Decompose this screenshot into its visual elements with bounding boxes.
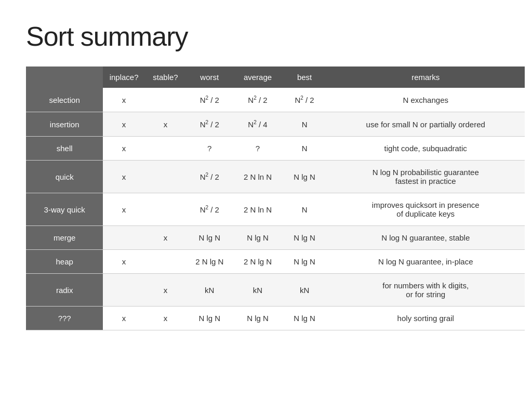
cell-remarks: improves quicksort in presenceof duplica… bbox=[326, 193, 525, 226]
cell-stable bbox=[145, 88, 186, 112]
cell-remarks: holy sorting grail bbox=[326, 307, 525, 330]
cell-average: N2 / 2 bbox=[233, 88, 282, 112]
cell-worst: kN bbox=[186, 274, 233, 307]
cell-worst: ? bbox=[186, 137, 233, 161]
cell-worst: 2 N lg N bbox=[186, 250, 233, 274]
cell-name: merge bbox=[26, 226, 103, 250]
cell-name: ??? bbox=[26, 307, 103, 330]
header-remarks: remarks bbox=[326, 66, 525, 88]
table-row: 3-way quickxN2 / 22 N ln NNimproves quic… bbox=[26, 193, 525, 226]
table-row: selectionxN2 / 2N2 / 2N2 / 2N exchanges bbox=[26, 88, 525, 112]
cell-remarks: N log N guarantee, stable bbox=[326, 226, 525, 250]
cell-average: N2 / 4 bbox=[233, 112, 282, 137]
cell-stable: x bbox=[145, 307, 186, 330]
cell-worst: N2 / 2 bbox=[186, 88, 233, 112]
cell-average: kN bbox=[233, 274, 282, 307]
cell-best: N lg N bbox=[283, 307, 327, 330]
table-row: heapx2 N lg N2 N lg NN lg NN log N guara… bbox=[26, 250, 525, 274]
cell-remarks: tight code, subquadratic bbox=[326, 137, 525, 161]
cell-inplace: x bbox=[103, 250, 144, 274]
cell-stable: x bbox=[145, 112, 186, 137]
cell-average: N lg N bbox=[233, 226, 282, 250]
cell-inplace bbox=[103, 226, 144, 250]
sort-summary-table: inplace? stable? worst average best rema… bbox=[26, 66, 525, 330]
cell-stable bbox=[145, 161, 186, 193]
cell-stable bbox=[145, 250, 186, 274]
cell-stable bbox=[145, 137, 186, 161]
table-row: quickxN2 / 22 N ln NN lg NN log N probab… bbox=[26, 161, 525, 193]
table-row: mergexN lg NN lg NN lg NN log N guarante… bbox=[26, 226, 525, 250]
cell-name: quick bbox=[26, 161, 103, 193]
cell-stable: x bbox=[145, 226, 186, 250]
cell-best: N lg N bbox=[283, 250, 327, 274]
cell-average: N lg N bbox=[233, 307, 282, 330]
header-average: average bbox=[233, 66, 282, 88]
header-inplace: inplace? bbox=[103, 66, 144, 88]
cell-name: shell bbox=[26, 137, 103, 161]
cell-average: 2 N lg N bbox=[233, 250, 282, 274]
cell-inplace: x bbox=[103, 112, 144, 137]
cell-best: N lg N bbox=[283, 226, 327, 250]
cell-inplace: x bbox=[103, 88, 144, 112]
cell-worst: N lg N bbox=[186, 226, 233, 250]
header-stable: stable? bbox=[145, 66, 186, 88]
cell-worst: N2 / 2 bbox=[186, 193, 233, 226]
cell-inplace: x bbox=[103, 193, 144, 226]
header-name bbox=[26, 66, 103, 88]
cell-average: 2 N ln N bbox=[233, 193, 282, 226]
table-row: shellx??Ntight code, subquadratic bbox=[26, 137, 525, 161]
cell-worst: N lg N bbox=[186, 307, 233, 330]
cell-inplace: x bbox=[103, 307, 144, 330]
cell-worst: N2 / 2 bbox=[186, 112, 233, 137]
cell-name: 3-way quick bbox=[26, 193, 103, 226]
cell-remarks: N log N guarantee, in-place bbox=[326, 250, 525, 274]
cell-inplace bbox=[103, 274, 144, 307]
page-title: Sort summary bbox=[26, 21, 506, 52]
cell-best: N bbox=[283, 112, 327, 137]
cell-average: 2 N ln N bbox=[233, 161, 282, 193]
cell-remarks: N log N probabilistic guaranteefastest i… bbox=[326, 161, 525, 193]
cell-worst: N2 / 2 bbox=[186, 161, 233, 193]
header-worst: worst bbox=[186, 66, 233, 88]
cell-average: ? bbox=[233, 137, 282, 161]
cell-best: kN bbox=[283, 274, 327, 307]
header-best: best bbox=[283, 66, 327, 88]
cell-stable bbox=[145, 193, 186, 226]
table-row: ???xxN lg NN lg NN lg Nholy sorting grai… bbox=[26, 307, 525, 330]
cell-inplace: x bbox=[103, 161, 144, 193]
cell-best: N lg N bbox=[283, 161, 327, 193]
cell-name: heap bbox=[26, 250, 103, 274]
cell-remarks: N exchanges bbox=[326, 88, 525, 112]
cell-inplace: x bbox=[103, 137, 144, 161]
cell-name: insertion bbox=[26, 112, 103, 137]
table-row: insertionxxN2 / 2N2 / 4Nuse for small N … bbox=[26, 112, 525, 137]
cell-remarks: use for small N or partially ordered bbox=[326, 112, 525, 137]
cell-best: N bbox=[283, 137, 327, 161]
cell-name: radix bbox=[26, 274, 103, 307]
cell-name: selection bbox=[26, 88, 103, 112]
cell-remarks: for numbers with k digits,or for string bbox=[326, 274, 525, 307]
cell-best: N2 / 2 bbox=[283, 88, 327, 112]
table-row: radixxkNkNkNfor numbers with k digits,or… bbox=[26, 274, 525, 307]
cell-stable: x bbox=[145, 274, 186, 307]
cell-best: N bbox=[283, 193, 327, 226]
